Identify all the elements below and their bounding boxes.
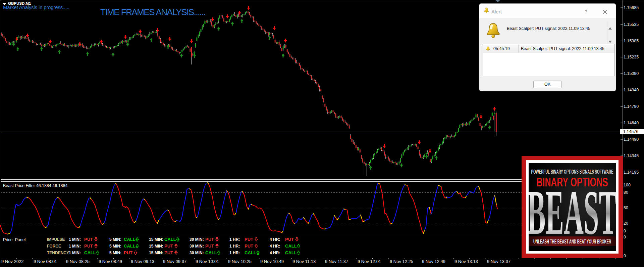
svg-text:UNLEASH THE BEAST AND BEAT YOU: UNLEASH THE BEAST AND BEAT YOUR BROKER	[533, 239, 611, 244]
svg-text:POWERFUL BINARY OPTIONS SIGNAL: POWERFUL BINARY OPTIONS SIGNALS SOFTWARE	[531, 169, 613, 175]
